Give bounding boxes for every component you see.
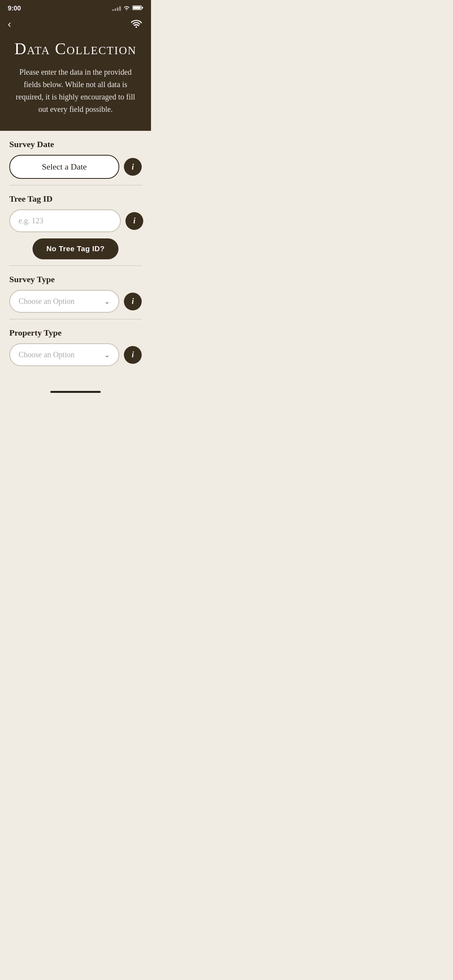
- status-time: 9:00: [8, 5, 21, 12]
- wifi-icon: [123, 5, 130, 12]
- survey-type-select[interactable]: Choose an Option ⌄: [9, 290, 119, 313]
- tree-tag-group: Tree Tag ID i No Tree Tag ID?: [9, 185, 142, 266]
- property-type-group: Property Type Choose an Option ⌄ i: [9, 319, 142, 372]
- back-button[interactable]: ‹: [8, 19, 11, 29]
- form-section: Survey Date Select a Date i Tree Tag ID …: [0, 131, 151, 388]
- signal-icon: [112, 6, 121, 11]
- survey-date-group: Survey Date Select a Date i: [9, 131, 142, 185]
- survey-date-row: Select a Date i: [9, 155, 142, 179]
- survey-type-chevron-icon: ⌄: [104, 297, 110, 306]
- property-type-label: Property Type: [9, 328, 142, 338]
- battery-icon: [132, 5, 143, 12]
- property-type-select[interactable]: Choose an Option ⌄: [9, 343, 119, 366]
- wifi-large-icon: [129, 18, 143, 30]
- tree-tag-info-button[interactable]: i: [125, 212, 143, 230]
- survey-type-row: Choose an Option ⌄ i: [9, 290, 142, 313]
- survey-type-group: Survey Type Choose an Option ⌄ i: [9, 266, 142, 319]
- hero-section: Data Collection Please enter the data in…: [0, 32, 151, 131]
- property-type-info-button[interactable]: i: [124, 346, 142, 364]
- survey-type-placeholder: Choose an Option: [19, 297, 74, 306]
- home-indicator: [50, 391, 101, 393]
- page-title: Data Collection: [11, 39, 140, 58]
- svg-rect-2: [142, 7, 143, 9]
- survey-date-label: Survey Date: [9, 139, 142, 149]
- survey-type-label: Survey Type: [9, 274, 142, 284]
- status-bar: 9:00: [0, 0, 151, 15]
- tree-tag-row: i: [9, 209, 142, 232]
- select-date-button[interactable]: Select a Date: [9, 155, 119, 179]
- header-nav: ‹: [0, 15, 151, 32]
- svg-rect-1: [133, 7, 141, 9]
- property-type-placeholder: Choose an Option: [19, 350, 74, 359]
- survey-type-info-button[interactable]: i: [124, 293, 142, 310]
- hero-description: Please enter the data in the provided fi…: [11, 66, 140, 115]
- property-type-row: Choose an Option ⌄ i: [9, 343, 142, 366]
- tree-tag-label: Tree Tag ID: [9, 194, 142, 204]
- status-icons: [112, 5, 143, 12]
- tree-tag-input[interactable]: [9, 209, 121, 232]
- survey-date-info-button[interactable]: i: [124, 158, 142, 176]
- property-type-chevron-icon: ⌄: [104, 351, 110, 359]
- no-tree-tag-button[interactable]: No Tree Tag ID?: [33, 238, 118, 259]
